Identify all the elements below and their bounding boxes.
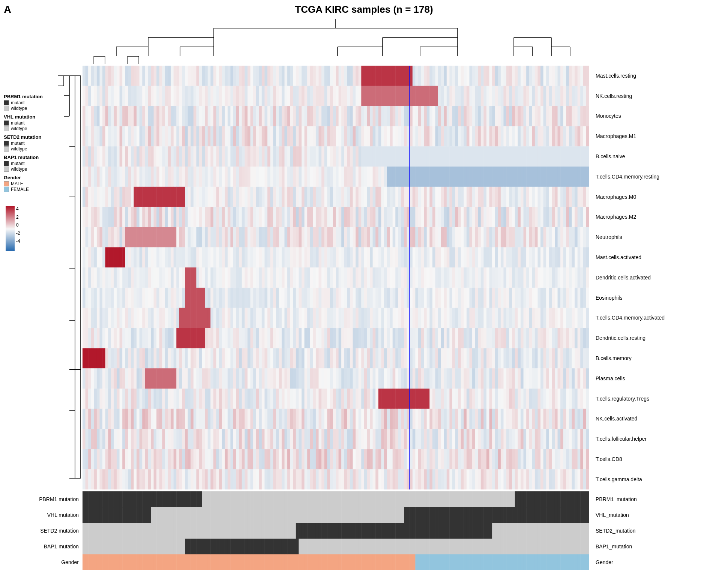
row-label-18: T.cells.follicular.helper — [593, 429, 728, 449]
bottom-right-label-1: VHL_mutation — [593, 507, 728, 523]
bap1-mutant-box — [4, 161, 9, 166]
pbrm1-mutant-label: mutant — [11, 100, 25, 105]
gender-legend: Gender MALE FEMALE — [4, 175, 79, 192]
row-label-13: Dendritic.cells.resting — [593, 328, 728, 348]
vhl-legend: VHL mutation mutant wildtype — [4, 114, 79, 131]
vhl-wildtype-item: wildtype — [4, 126, 79, 131]
vhl-mutant-label: mutant — [11, 120, 25, 126]
bottom-left-label-4: Gender — [0, 554, 81, 570]
pbrm1-legend-title: PBRM1 mutation — [4, 94, 79, 99]
bottom-left-label-0: PBRM1 mutation — [0, 491, 81, 507]
vhl-wildtype-label: wildtype — [11, 126, 27, 131]
row-label-14: B.cells.memory — [593, 348, 728, 368]
blue-vertical-line — [409, 66, 410, 489]
color-scale-bar — [6, 206, 15, 251]
pbrm1-wildtype-box — [4, 106, 9, 111]
scale-labels: 4 2 0 -2 -4 — [16, 206, 20, 244]
row-label-20: T.cells.gamma.delta — [593, 469, 728, 489]
gender-male-label: MALE — [11, 181, 23, 186]
gender-legend-title: Gender — [4, 175, 79, 180]
color-scale: 4 2 0 -2 -4 — [6, 206, 36, 251]
panel-label: A — [4, 4, 11, 16]
pbrm1-mutant-item: mutant — [4, 100, 79, 105]
row-label-8: Neutrophils — [593, 227, 728, 247]
pbrm1-wildtype-label: wildtype — [11, 106, 27, 111]
row-label-2: Monocytes — [593, 106, 728, 126]
top-dendrogram — [83, 17, 589, 66]
row-label-10: Dendritic.cells.activated — [593, 267, 728, 288]
setd2-wildtype-label: wildtype — [11, 146, 27, 152]
heatmap-container — [83, 66, 589, 489]
vhl-mutant-item: mutant — [4, 120, 79, 126]
pbrm1-legend: PBRM1 mutation mutant wildtype — [4, 94, 79, 111]
bottom-right-label-2: SETD2_mutation — [593, 523, 728, 539]
row-labels: Mast.cells.restingNK.cells.restingMonocy… — [593, 66, 728, 489]
bottom-annotations — [83, 491, 589, 570]
bottom-row-labels-left: PBRM1 mutationVHL mutationSETD2 mutation… — [0, 491, 81, 570]
bap1-wildtype-box — [4, 167, 9, 172]
gender-female-box — [4, 187, 9, 192]
gender-female-label: FEMALE — [11, 187, 29, 192]
row-label-1: NK.cells.resting — [593, 86, 728, 106]
heatmap-canvas — [83, 66, 589, 489]
bottom-annotations-canvas — [83, 491, 589, 570]
chart-title: TCGA KIRC samples (n = 178) — [295, 4, 433, 15]
bap1-wildtype-item: wildtype — [4, 167, 79, 172]
bottom-right-label-0: PBRM1_mutation — [593, 491, 728, 507]
setd2-wildtype-box — [4, 146, 9, 152]
vhl-legend-title: VHL mutation — [4, 114, 79, 120]
legend: PBRM1 mutation mutant wildtype VHL mutat… — [4, 94, 79, 195]
row-label-16: T.cells.regulatory.Tregs — [593, 389, 728, 409]
row-label-6: Macrophages.M0 — [593, 187, 728, 207]
row-label-9: Mast.cells.activated — [593, 247, 728, 267]
bap1-mutant-item: mutant — [4, 161, 79, 166]
row-label-15: Plasma.cells — [593, 368, 728, 389]
scale-label-neg4: -4 — [16, 239, 20, 244]
row-label-17: NK.cells.activated — [593, 409, 728, 429]
bap1-legend-title: BAP1 mutation — [4, 155, 79, 160]
scale-label-4: 4 — [16, 206, 20, 212]
bap1-legend: BAP1 mutation mutant wildtype — [4, 155, 79, 172]
bottom-left-label-3: BAP1 mutation — [0, 539, 81, 554]
dendrogram-svg — [83, 17, 589, 66]
gender-female-item: FEMALE — [4, 187, 79, 192]
pbrm1-wildtype-item: wildtype — [4, 106, 79, 111]
row-label-12: T.cells.CD4.memory.activated — [593, 308, 728, 328]
setd2-mutant-box — [4, 141, 9, 146]
scale-label-0: 0 — [16, 222, 20, 228]
row-label-3: Macrophages.M1 — [593, 126, 728, 146]
main-container: A TCGA KIRC samples (n = 178) — [0, 0, 728, 581]
bap1-mutant-label: mutant — [11, 161, 25, 166]
vhl-wildtype-box — [4, 126, 9, 131]
row-label-7: Macrophages.M2 — [593, 207, 728, 227]
row-label-0: Mast.cells.resting — [593, 66, 728, 86]
setd2-legend: SETD2 mutation mutant wildtype — [4, 134, 79, 152]
row-label-4: B.cells.naive — [593, 146, 728, 167]
row-label-5: T.cells.CD4.memory.resting — [593, 167, 728, 187]
scale-label-2: 2 — [16, 215, 20, 220]
vhl-mutant-box — [4, 120, 9, 126]
scale-label-neg2: -2 — [16, 231, 20, 236]
bottom-right-label-3: BAP1_mutation — [593, 539, 728, 554]
row-label-11: Eosinophils — [593, 288, 728, 308]
bottom-row-labels-right: PBRM1_mutationVHL_mutationSETD2_mutation… — [593, 491, 728, 570]
bap1-wildtype-label: wildtype — [11, 167, 27, 172]
setd2-mutant-item: mutant — [4, 141, 79, 146]
bottom-right-label-4: Gender — [593, 554, 728, 570]
gender-male-item: MALE — [4, 181, 79, 186]
setd2-wildtype-item: wildtype — [4, 146, 79, 152]
row-label-19: T.cells.CD8 — [593, 449, 728, 469]
setd2-legend-title: SETD2 mutation — [4, 134, 79, 140]
bottom-left-label-1: VHL mutation — [0, 507, 81, 523]
gender-male-box — [4, 181, 9, 186]
setd2-mutant-label: mutant — [11, 141, 25, 146]
pbrm1-mutant-box — [4, 100, 9, 105]
bottom-left-label-2: SETD2 mutation — [0, 523, 81, 539]
